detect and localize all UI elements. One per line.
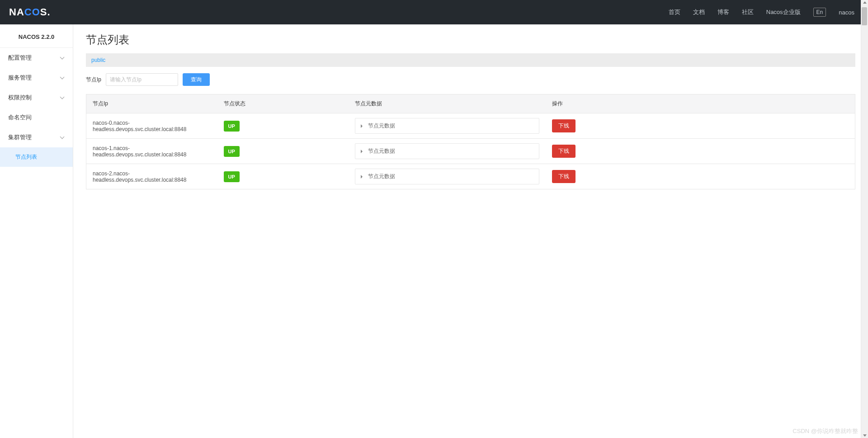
caret-right-icon (361, 175, 363, 179)
table-row: nacos-1.nacos-headless.devops.svc.cluste… (86, 139, 855, 164)
version-label: NACOS 2.2.0 (0, 24, 73, 48)
table-row: nacos-2.nacos-headless.devops.svc.cluste… (86, 164, 855, 189)
scrollbar-thumb[interactable] (862, 7, 867, 25)
caret-right-icon (361, 150, 363, 153)
nav-community[interactable]: 社区 (742, 8, 754, 16)
status-badge-up: UP (224, 146, 240, 157)
top-header: NACOS. 首页 文档 博客 社区 Nacos企业版 En nacos (0, 0, 868, 24)
sidebar-item-label: 集群管理 (8, 133, 32, 141)
node-ip-input[interactable] (106, 73, 178, 86)
chevron-down-icon (60, 56, 65, 60)
namespace-bar: public (86, 53, 855, 67)
table-row: nacos-0.nacos-headless.devops.svc.cluste… (86, 113, 855, 139)
cell-ip: nacos-1.nacos-headless.devops.svc.cluste… (86, 139, 217, 164)
metadata-expand[interactable]: 节点元数据 (355, 143, 539, 159)
namespace-link-public[interactable]: public (91, 57, 105, 63)
cell-meta: 节点元数据 (349, 113, 546, 139)
page-title: 节点列表 (86, 33, 855, 47)
logo[interactable]: NACOS. (9, 6, 51, 18)
sidebar-subitem-nodelist[interactable]: 节点列表 (0, 147, 73, 167)
sidebar-item-namespace[interactable]: 命名空间 (0, 108, 73, 127)
sidebar-item-service[interactable]: 服务管理 (0, 68, 73, 88)
cell-action: 下线 (546, 164, 855, 189)
main-container: NACOS 2.2.0 配置管理 服务管理 权限控制 命名空间 集群管理 节点列… (0, 24, 868, 438)
cell-status: UP (217, 164, 349, 189)
chevron-down-icon (60, 75, 65, 80)
sidebar-item-label: 权限控制 (8, 94, 32, 102)
metadata-label: 节点元数据 (368, 147, 395, 155)
cell-ip: nacos-0.nacos-headless.devops.svc.cluste… (86, 113, 217, 139)
logo-text: NACOS. (9, 6, 51, 18)
metadata-label: 节点元数据 (368, 122, 395, 130)
sidebar-item-cluster[interactable]: 集群管理 (0, 127, 73, 147)
metadata-expand[interactable]: 节点元数据 (355, 169, 539, 184)
chevron-down-icon (60, 135, 65, 140)
th-meta: 节点元数据 (349, 94, 546, 113)
caret-right-icon (361, 124, 363, 128)
th-status: 节点状态 (217, 94, 349, 113)
th-action: 操作 (546, 94, 855, 113)
search-label: 节点Ip (86, 76, 101, 84)
nav-user[interactable]: nacos (839, 9, 854, 16)
scroll-down-icon (863, 434, 867, 437)
th-ip: 节点Ip (86, 94, 217, 113)
sidebar-item-label: 服务管理 (8, 74, 32, 82)
main-content: 节点列表 public 节点Ip 查询 节点Ip 节点状态 节点元数据 操作 n… (73, 24, 868, 438)
status-badge-up: UP (224, 121, 240, 132)
status-badge-up: UP (224, 171, 240, 182)
nav-blog[interactable]: 博客 (717, 8, 729, 16)
nav-enterprise[interactable]: Nacos企业版 (766, 8, 801, 16)
cell-action: 下线 (546, 113, 855, 139)
search-row: 节点Ip 查询 (86, 73, 855, 86)
sidebar-item-label: 命名空间 (8, 113, 32, 122)
metadata-label: 节点元数据 (368, 173, 395, 180)
search-button[interactable]: 查询 (183, 73, 210, 86)
chevron-down-icon (60, 95, 65, 100)
offline-button[interactable]: 下线 (552, 170, 576, 183)
metadata-expand[interactable]: 节点元数据 (355, 118, 539, 134)
language-toggle[interactable]: En (813, 8, 826, 17)
sidebar-item-permission[interactable]: 权限控制 (0, 88, 73, 108)
top-nav: 首页 文档 博客 社区 Nacos企业版 En nacos (669, 8, 859, 17)
cell-ip: nacos-2.nacos-headless.devops.svc.cluste… (86, 164, 217, 189)
cell-action: 下线 (546, 139, 855, 164)
nav-docs[interactable]: 文档 (693, 8, 705, 16)
offline-button[interactable]: 下线 (552, 119, 576, 132)
sidebar: NACOS 2.2.0 配置管理 服务管理 权限控制 命名空间 集群管理 节点列… (0, 24, 73, 438)
sidebar-item-label: 配置管理 (8, 54, 32, 62)
cell-meta: 节点元数据 (349, 139, 546, 164)
offline-button[interactable]: 下线 (552, 145, 576, 158)
sidebar-item-config[interactable]: 配置管理 (0, 48, 73, 68)
node-table: 节点Ip 节点状态 节点元数据 操作 nacos-0.nacos-headles… (86, 94, 855, 189)
cell-status: UP (217, 113, 349, 139)
cell-meta: 节点元数据 (349, 164, 546, 189)
nav-home[interactable]: 首页 (669, 8, 680, 16)
scrollbar-track[interactable] (861, 0, 868, 438)
scroll-up-icon (863, 1, 867, 4)
cell-status: UP (217, 139, 349, 164)
